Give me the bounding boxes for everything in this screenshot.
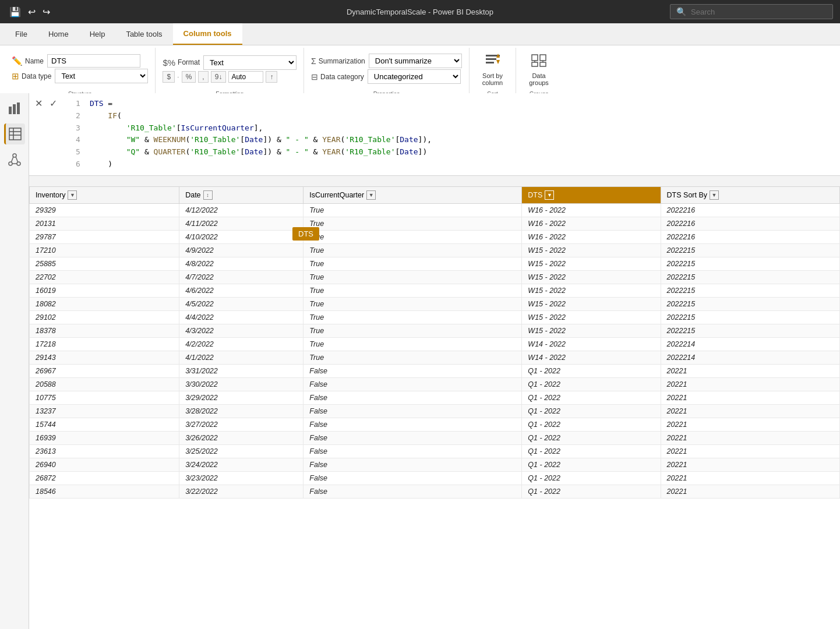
cell-date: 3/25/2022 xyxy=(179,445,303,458)
tab-file[interactable]: File xyxy=(5,23,38,45)
search-input[interactable] xyxy=(691,8,825,16)
cell-date: 3/26/2022 xyxy=(179,432,303,445)
tab-home[interactable]: Home xyxy=(38,23,79,45)
cell-dts-sort-by: 20221 xyxy=(661,445,839,458)
cell-inventory: 29787 xyxy=(30,231,179,244)
ribbon-tab-list: File Home Help Table tools Column tools xyxy=(0,23,840,45)
cell-inventory: 10775 xyxy=(30,391,179,405)
code-content-6: ) xyxy=(90,158,112,171)
code-line-1: 1 DTS = xyxy=(76,98,833,110)
tab-table-tools[interactable]: Table tools xyxy=(115,23,172,45)
percent-button[interactable]: % xyxy=(182,71,196,83)
dts-sort-by-filter-button[interactable]: ▼ xyxy=(710,190,719,200)
cell-iscurrentquarter: True xyxy=(303,284,522,298)
cell-iscurrentquarter: True xyxy=(303,351,522,365)
cell-iscurrentquarter: True xyxy=(303,338,522,351)
sidebar-icon-table-view[interactable] xyxy=(4,123,25,144)
data-category-icon: ⊟ xyxy=(311,72,318,82)
data-category-select[interactable]: Uncategorized Address City Country URL xyxy=(368,69,461,84)
cell-iscurrentquarter: True xyxy=(303,231,522,244)
formula-bar: ✕ ✓ 1 DTS = 2 IF( 3 'R10_Table'[IsCurren… xyxy=(29,93,840,176)
svg-rect-13 xyxy=(17,103,20,114)
data-groups-label: Data groups xyxy=(529,72,549,86)
decrease-decimal-button[interactable]: 9↓ xyxy=(211,71,227,83)
confirm-formula-button[interactable]: ✓ xyxy=(48,98,58,109)
data-table: Inventory ▼ Date ↕ IsCurrentQuarter ▼ xyxy=(29,186,840,499)
increase-decimal-button[interactable]: ↑ xyxy=(266,71,277,83)
cell-dts: W15 - 2022 xyxy=(522,284,661,298)
cancel-formula-button[interactable]: ✕ xyxy=(34,98,44,109)
summarization-select[interactable]: Don't summarize Sum Average Min Max Coun… xyxy=(369,54,462,68)
code-content-1: DTS = xyxy=(90,98,112,110)
redo-button[interactable]: ↪ xyxy=(40,5,52,19)
svg-rect-8 xyxy=(540,62,546,66)
cell-dts-sort-by: 20221 xyxy=(661,391,839,405)
svg-rect-2 xyxy=(486,62,494,63)
tab-column-tools[interactable]: Column tools xyxy=(173,23,242,45)
properties-fields: Σ Summarization Don't summarize Sum Aver… xyxy=(311,54,462,85)
table-row: 269673/31/2022FalseQ1 - 202220221 xyxy=(30,365,840,378)
col-header-dts-sort-by: DTS Sort By ▼ xyxy=(661,187,839,204)
sort-by-column-button[interactable]: Sort by column xyxy=(477,50,509,89)
cell-iscurrentquarter: True xyxy=(303,311,522,324)
cell-iscurrentquarter: False xyxy=(303,472,522,485)
cell-inventory: 29102 xyxy=(30,311,179,324)
separator1: · xyxy=(177,72,179,81)
cell-date: 3/31/2022 xyxy=(179,365,303,378)
sidebar-icon-model-view[interactable] xyxy=(4,149,25,170)
svg-rect-11 xyxy=(9,107,12,114)
cell-dts: W16 - 2022 xyxy=(522,204,661,217)
cell-dts: Q1 - 2022 xyxy=(522,391,661,405)
properties-controls: Σ Summarization Don't summarize Sum Aver… xyxy=(311,50,462,89)
cell-date: 4/3/2022 xyxy=(179,324,303,338)
cell-dts-sort-by: 2022216 xyxy=(661,231,839,244)
code-content-2: IF( xyxy=(90,110,122,122)
cell-inventory: 18378 xyxy=(30,324,179,338)
svg-line-21 xyxy=(11,157,13,162)
cell-date: 4/10/2022 xyxy=(179,231,303,244)
cell-dts: W15 - 2022 xyxy=(522,311,661,324)
save-button[interactable]: 💾 xyxy=(7,5,23,19)
cell-dts-sort-by: 20221 xyxy=(661,418,839,432)
dts-filter-button[interactable]: ▼ xyxy=(545,190,554,200)
sidebar-icon-report-view[interactable] xyxy=(4,98,25,119)
inventory-filter-button[interactable]: ▼ xyxy=(68,190,77,200)
summarization-field-row: Σ Summarization Don't summarize Sum Aver… xyxy=(311,54,462,68)
cell-date: 4/7/2022 xyxy=(179,271,303,284)
format-select[interactable]: Text General Currency Percentage Scienti… xyxy=(203,55,297,70)
iscurrentquarter-filter-button[interactable]: ▼ xyxy=(366,190,376,200)
data-groups-button[interactable]: Data groups xyxy=(523,50,555,89)
cell-date: 4/8/2022 xyxy=(179,257,303,271)
date-filter-button[interactable]: ↕ xyxy=(203,190,213,200)
table-body: 293294/12/2022TrueW16 - 2022202221620131… xyxy=(30,204,840,499)
ribbon-group-structure: ✏️ Name ⊞ Data type Text Decimal Number xyxy=(5,48,156,100)
cell-inventory: 13237 xyxy=(30,405,179,418)
cell-dts: W15 - 2022 xyxy=(522,257,661,271)
cell-dts: Q1 - 2022 xyxy=(522,445,661,458)
cell-date: 3/29/2022 xyxy=(179,391,303,405)
search-box[interactable]: 🔍 xyxy=(670,4,833,19)
cell-inventory: 29329 xyxy=(30,204,179,217)
data-type-select[interactable]: Text Decimal Number Whole Number Date Da… xyxy=(55,69,148,83)
col-header-dts: DTS ▼ xyxy=(522,187,661,204)
structure-controls: ✏️ Name ⊞ Data type Text Decimal Number xyxy=(12,50,148,89)
cell-iscurrentquarter: False xyxy=(303,418,522,432)
currency-button[interactable]: $ xyxy=(163,71,175,83)
svg-marker-3 xyxy=(496,60,500,64)
cell-dts: Q1 - 2022 xyxy=(522,418,661,432)
cell-inventory: 17218 xyxy=(30,338,179,351)
cell-iscurrentquarter: False xyxy=(303,432,522,445)
comma-button[interactable]: , xyxy=(198,71,208,83)
cell-dts-sort-by: 20221 xyxy=(661,405,839,418)
cell-date: 3/27/2022 xyxy=(179,418,303,432)
svg-point-19 xyxy=(9,162,12,165)
table-row: 227024/7/2022TrueW15 - 20222022215 xyxy=(30,271,840,284)
svg-rect-14 xyxy=(9,128,21,140)
sort-controls: Sort by column xyxy=(477,50,509,89)
cell-dts-sort-by: 20221 xyxy=(661,485,839,499)
tab-help[interactable]: Help xyxy=(79,23,116,45)
format-icon: $% xyxy=(163,58,175,68)
undo-button[interactable]: ↩ xyxy=(26,5,38,19)
name-input[interactable] xyxy=(47,54,140,68)
decimal-input[interactable] xyxy=(228,71,263,83)
